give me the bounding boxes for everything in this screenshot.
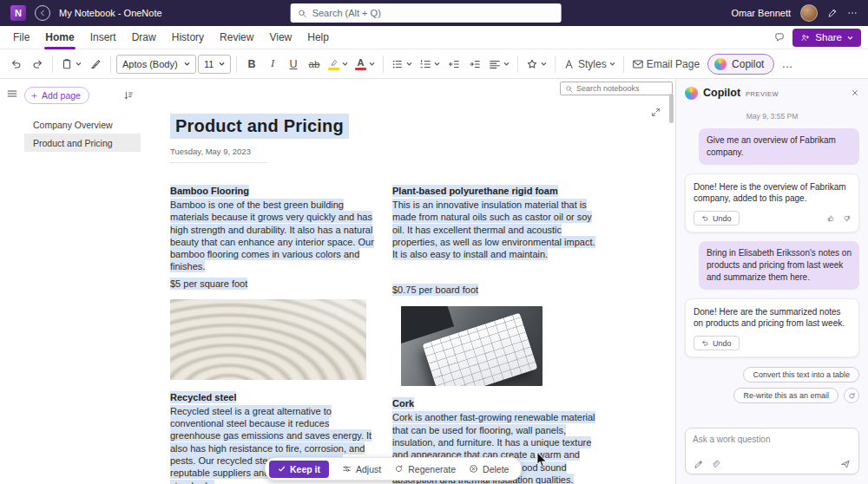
edit-button[interactable] <box>827 8 838 18</box>
chevron-down-icon <box>503 61 510 67</box>
global-search-input[interactable] <box>312 8 555 18</box>
delete-button[interactable]: Delete <box>469 464 509 474</box>
decrease-indent-button[interactable] <box>444 54 464 75</box>
back-button[interactable] <box>35 5 50 21</box>
email-page-label: Email Page <box>647 58 700 70</box>
menu-file[interactable]: File <box>5 26 37 49</box>
numbered-list-button[interactable] <box>417 54 443 75</box>
copilot-input-area <box>676 420 868 484</box>
refresh-suggestions-button[interactable] <box>844 388 859 403</box>
page-canvas[interactable]: Product and Pricing Tuesday, May 9, 2023… <box>141 79 675 484</box>
menu-draw[interactable]: Draw <box>124 26 164 49</box>
section-body: This is an innovative insulation materia… <box>392 199 601 260</box>
indent-icon <box>469 58 481 70</box>
comment-icon <box>774 32 785 43</box>
regenerate-button[interactable]: Regenerate <box>394 464 456 474</box>
menu-insert[interactable]: Insert <box>82 26 124 49</box>
email-page-button[interactable]: Email Page <box>629 54 702 75</box>
refresh-icon <box>848 392 856 400</box>
bullet-list-button[interactable] <box>389 54 415 75</box>
undo-button[interactable] <box>7 54 26 75</box>
copilot-close-button[interactable] <box>851 88 859 97</box>
format-painter-button[interactable] <box>86 54 105 75</box>
thumbs-down-button[interactable] <box>842 214 851 223</box>
strikethrough-button[interactable]: ab <box>305 54 324 75</box>
page-columns: Bamboo Flooring Bamboo is one of the bes… <box>170 186 604 484</box>
add-page-button[interactable]: Add page <box>24 87 89 104</box>
rigid-foam-image[interactable] <box>401 306 542 386</box>
thumbs-down-icon <box>842 214 851 223</box>
menu-home[interactable]: Home <box>37 26 82 49</box>
page-item-company-overview[interactable]: Company Overview <box>24 115 141 134</box>
font-size-value: 11 <box>204 59 214 69</box>
format-painter-icon <box>89 58 102 70</box>
section-heading: Bamboo Flooring <box>170 186 378 196</box>
notebook-search[interactable] <box>560 82 673 95</box>
alignment-button[interactable] <box>486 54 512 75</box>
prompt-ideas-button[interactable] <box>694 460 703 469</box>
undo-button[interactable]: Undo <box>694 211 740 226</box>
attach-button[interactable] <box>711 460 720 469</box>
align-left-icon <box>489 58 501 70</box>
notebook-search-input[interactable] <box>576 84 667 93</box>
keep-it-button[interactable]: Keep it <box>269 461 329 478</box>
copilot-input[interactable] <box>693 435 852 453</box>
paste-button[interactable] <box>58 54 84 75</box>
font-name-value: Aptos (Body) <box>122 59 178 69</box>
global-search[interactable] <box>291 3 562 23</box>
menu-view[interactable]: View <box>261 26 299 49</box>
font-name-select[interactable]: Aptos (Body) <box>116 55 196 74</box>
section-heading: Recycled steel <box>170 392 378 402</box>
send-icon <box>840 459 851 469</box>
italic-button[interactable]: I <box>263 54 282 75</box>
notebooks-menu-button[interactable] <box>6 88 18 100</box>
menu-history[interactable]: History <box>164 26 212 49</box>
titlebar-more-button[interactable] <box>847 8 858 18</box>
copilot-logo-icon <box>714 58 727 70</box>
underline-button[interactable]: U <box>284 54 303 75</box>
hamburger-icon <box>6 88 18 100</box>
increase-indent-button[interactable] <box>465 54 484 75</box>
keep-it-label: Keep it <box>290 464 320 474</box>
bullet-list-icon <box>391 58 404 70</box>
redo-button[interactable] <box>28 54 47 75</box>
suggestion-chip-email[interactable]: Re-write this as an email <box>733 388 838 403</box>
chevron-down-icon <box>434 61 440 67</box>
onenote-app-icon[interactable]: N <box>10 5 26 21</box>
canvas-scrollbar[interactable] <box>669 94 674 123</box>
thumbs-up-button[interactable] <box>827 214 836 223</box>
expand-page-button[interactable] <box>651 108 661 117</box>
copilot-input-box[interactable] <box>685 428 859 474</box>
share-button[interactable]: Share <box>792 29 861 47</box>
copilot-panel: Copilot PREVIEW May 9, 3:55 PM Give me a… <box>675 79 868 484</box>
menubar: File Home Insert Draw History Review Vie… <box>0 26 868 49</box>
styles-gallery-button[interactable] <box>523 54 549 75</box>
copilot-button[interactable]: Copilot <box>707 54 774 75</box>
page-editor[interactable]: Product and Pricing Tuesday, May 9, 2023… <box>170 114 604 484</box>
sort-pages-button[interactable] <box>123 90 134 101</box>
ribbon-more-button[interactable]: … <box>776 57 799 70</box>
bamboo-flooring-image[interactable] <box>170 299 366 380</box>
styles-button[interactable]: Styles <box>561 54 618 75</box>
user-message: Bring in Elisabeth Eriksson's notes on p… <box>699 241 859 289</box>
menu-review[interactable]: Review <box>212 26 261 49</box>
regenerate-icon <box>394 464 404 474</box>
highlight-button[interactable] <box>326 54 351 75</box>
menubar-right: Share <box>774 29 863 47</box>
chevron-down-icon <box>369 61 375 67</box>
adjust-button[interactable]: Adjust <box>342 464 381 474</box>
left-column: Bamboo Flooring Bamboo is one of the bes… <box>170 186 378 484</box>
bold-button[interactable]: B <box>242 54 261 75</box>
sidebar-header: Add page <box>24 87 141 104</box>
avatar[interactable] <box>800 4 818 22</box>
font-color-button[interactable]: A <box>352 54 378 75</box>
font-size-select[interactable]: 11 <box>198 55 231 74</box>
app-initial: N <box>15 8 22 18</box>
undo-button[interactable]: Undo <box>694 336 740 350</box>
comments-button[interactable] <box>774 32 785 43</box>
menu-help[interactable]: Help <box>299 26 337 49</box>
chevron-down-icon <box>541 61 547 67</box>
suggestion-chip-table[interactable]: Convert this text into a table <box>743 367 859 383</box>
send-button[interactable] <box>840 459 851 469</box>
page-item-product-and-pricing[interactable]: Product and Pricing <box>24 134 141 152</box>
